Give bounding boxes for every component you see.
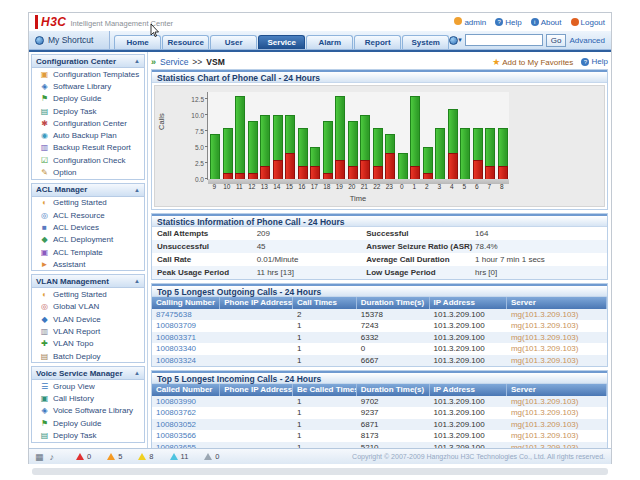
alarm-counter-info[interactable]: 0	[204, 452, 219, 461]
sidebar-item-configuration-templates[interactable]: ▣Configuration Templates	[32, 68, 144, 80]
column-header-phone-ip-address[interactable]: Phone IP Address	[220, 384, 293, 396]
breadcrumb-section[interactable]: Service	[160, 57, 188, 67]
column-header-call-times[interactable]: Call Times	[293, 297, 357, 309]
tab-alarm[interactable]: Alarm	[306, 35, 353, 49]
search-scope-icon[interactable]: ▾	[449, 36, 462, 45]
sidebar-item-acl-deployment[interactable]: ◆ACL Deployment	[32, 234, 144, 246]
sidebar-item-backup-result-report[interactable]: ▥Backup Result Report	[32, 142, 144, 154]
sidebar-item-getting-started[interactable]: ◐Getting Started	[32, 197, 144, 209]
sidebar-item-label: Global VLAN	[53, 302, 99, 311]
search-input[interactable]	[465, 34, 543, 46]
sidebar-item-label: Call History	[53, 394, 94, 403]
sidebar-item-vlan-report[interactable]: ▥VLAN Report	[32, 325, 144, 337]
number-link[interactable]: 100803762	[152, 407, 220, 418]
sidebar-item-batch-deploy[interactable]: ▤Batch Deploy	[32, 350, 144, 362]
column-header-calling-number[interactable]: Calling Number	[152, 297, 220, 309]
number-link[interactable]: 100803052	[152, 419, 220, 430]
sidebar-item-option[interactable]: ✎Option	[32, 166, 144, 178]
sidebar-item-call-history[interactable]: ▣Call History	[32, 393, 144, 405]
sidebar-item-acl-devices[interactable]: ■ACL Devices	[32, 221, 144, 233]
unsuccessful-segment	[348, 166, 358, 179]
table-cell: 101.3.209.100	[430, 442, 507, 448]
collapse-arrow-icon[interactable]: ▲	[134, 187, 140, 193]
column-header-duration-time-s-[interactable]: Duration Time(s)	[357, 297, 430, 309]
sidebar-item-deploy-task[interactable]: ▤Deploy Task	[32, 105, 144, 117]
tab-user[interactable]: User	[210, 35, 257, 49]
bar-hour-12	[247, 121, 260, 179]
sidebar-item-acl-resource[interactable]: ◎ACL Resource	[32, 209, 144, 221]
alarm-counter-minor[interactable]: 8	[138, 452, 153, 461]
sidebar-section-header-acl-manager[interactable]: ACL Manager▲	[32, 184, 144, 197]
alarm-counter-critical[interactable]: 0	[76, 452, 91, 461]
sidebar-item-label: ACL Template	[53, 248, 103, 257]
stat-value: 78.4%	[475, 240, 607, 253]
about-link[interactable]: i About	[531, 18, 562, 27]
alarm-counter-major[interactable]: 5	[107, 452, 122, 461]
tab-system[interactable]: System	[402, 35, 449, 49]
tab-report[interactable]: Report	[354, 35, 401, 49]
sidebar-item-vlan-device[interactable]: ◆VLAN Device	[32, 313, 144, 325]
collapse-arrow-icon[interactable]: ▲	[134, 370, 140, 376]
sidebar-item-getting-started[interactable]: ◐Getting Started	[32, 288, 144, 300]
number-link[interactable]: 100803566	[152, 430, 220, 441]
column-header-be-called-times[interactable]: Be Called Times	[293, 384, 357, 396]
table-cell: 1	[293, 355, 357, 366]
number-link[interactable]: 87475638	[152, 309, 220, 320]
sidebar-item-deploy-guide[interactable]: ⚑Deploy Guide	[32, 417, 144, 429]
table-cell	[220, 396, 293, 407]
my-shortcut-button[interactable]: My Shortcut	[29, 31, 110, 49]
sidebar-item-configuration-check[interactable]: ☑Configuration Check	[32, 154, 144, 166]
sidebar-item-assistant[interactable]: ►Assistant	[32, 258, 144, 270]
column-header-called-number[interactable]: Called Number	[152, 384, 220, 396]
column-header-server[interactable]: Server	[507, 297, 607, 309]
sidebar-item-auto-backup-plan[interactable]: ◉Auto Backup Plan	[32, 129, 144, 141]
collapse-arrow-icon[interactable]: ▲	[134, 278, 140, 284]
number-link[interactable]: 100803371	[152, 332, 220, 343]
number-link[interactable]: 100803709	[152, 320, 220, 331]
y-tick-label: 12.5	[191, 96, 204, 103]
sidebar-section-header-configuration-center[interactable]: Configuration Center▲	[32, 55, 144, 68]
sidebar-item-label: Group View	[53, 382, 95, 391]
stats-row: Call Rate0.01/MinuteAverage Call Duratio…	[152, 253, 607, 266]
sidebar-item-voice-software-library[interactable]: ◈Voice Software Library	[32, 405, 144, 417]
sidebar-section-header-vlan-management[interactable]: VLAN Management▲	[32, 275, 144, 288]
column-header-ip-address[interactable]: IP Address	[430, 384, 507, 396]
column-header-ip-address[interactable]: IP Address	[430, 297, 507, 309]
column-header-phone-ip-address[interactable]: Phone IP Address	[220, 297, 293, 309]
number-link[interactable]: 100803324	[152, 355, 220, 366]
sidebar-item-group-view[interactable]: ☰Group View	[32, 380, 144, 392]
alarm-counter-warning[interactable]: 11	[170, 452, 189, 461]
deploy-task-icon: ▤	[40, 107, 49, 116]
column-header-duration-time-s-[interactable]: Duration Time(s)	[357, 384, 430, 396]
sidebar-item-vlan-topo[interactable]: ✚VLAN Topo	[32, 338, 144, 350]
logout-icon	[571, 18, 579, 26]
sidebar-item-global-vlan[interactable]: ◎Global VLAN	[32, 301, 144, 313]
number-link[interactable]: 100803990	[152, 396, 220, 407]
sidebar-item-acl-template[interactable]: ▣ACL Template	[32, 246, 144, 258]
server-cell: mg(101.3.209.103)	[507, 407, 607, 418]
table-row: 10080332416667101.3.209.100mg(101.3.209.…	[152, 355, 607, 366]
sidebar-item-configuration-center[interactable]: ✱Configuration Center	[32, 117, 144, 129]
sidebar-item-label: ACL Resource	[53, 211, 105, 220]
sidebar-item-deploy-task[interactable]: ▤Deploy Task	[32, 429, 144, 441]
status-sound-icon[interactable]: ♪	[50, 452, 55, 462]
sidebar-item-software-library[interactable]: ◈Software Library	[32, 80, 144, 92]
help-link[interactable]: ? Help	[495, 18, 521, 27]
add-to-favorites-link[interactable]: ★ Add to My Favorites	[492, 57, 573, 67]
search-go-button[interactable]: Go	[546, 34, 567, 47]
section-title: Configuration Center	[36, 57, 116, 66]
column-header-server[interactable]: Server	[507, 384, 607, 396]
sidebar-item-deploy-guide[interactable]: ⚑Deploy Guide	[32, 93, 144, 105]
logout-link[interactable]: Logout	[571, 18, 605, 27]
number-link[interactable]: 100803655	[152, 442, 220, 448]
tab-service[interactable]: Service	[258, 35, 305, 49]
sidebar-item-label: Auto Backup Plan	[53, 131, 117, 140]
advanced-search-link[interactable]: Advanced	[569, 36, 605, 45]
collapse-arrow-icon[interactable]: ▲	[134, 58, 140, 64]
sidebar-section-header-voice-service-manager[interactable]: Voice Service Manager▲	[32, 367, 144, 380]
page-help-link[interactable]: ? Help	[581, 57, 608, 66]
table-cell: 2	[293, 309, 357, 320]
number-link[interactable]: 100803340	[152, 343, 220, 354]
tab-resource[interactable]: Resource	[162, 35, 209, 49]
tab-home[interactable]: Home	[114, 35, 161, 49]
